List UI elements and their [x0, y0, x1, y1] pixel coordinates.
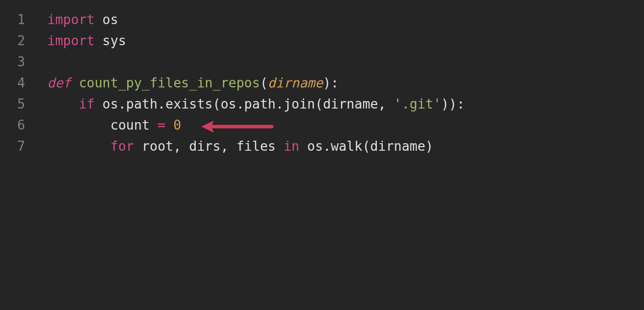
code-line-4: def count_py_files_in_repos(dirname): — [47, 72, 644, 93]
module-name: sys — [103, 33, 126, 48]
code-line-7: for root, dirs, files in os.walk(dirname… — [47, 136, 644, 157]
paren-close-colon: ): — [323, 75, 339, 90]
keyword-def: def — [47, 75, 71, 90]
paren-open: ( — [260, 75, 268, 90]
expression: os.walk(dirname) — [307, 139, 433, 154]
code-line-3 — [47, 51, 644, 72]
line-number: 3 — [0, 51, 25, 72]
space — [71, 75, 79, 90]
expression-end: )): — [441, 96, 465, 112]
loop-vars: root, dirs, files — [142, 139, 276, 154]
keyword-import: import — [47, 12, 95, 27]
keyword-for: for — [110, 139, 134, 154]
string-literal: '.git' — [394, 96, 441, 112]
keyword-if: if — [79, 96, 95, 112]
code-line-5: if os.path.exists(os.path.join(dirname, … — [47, 93, 644, 115]
line-number: 2 — [0, 30, 25, 51]
variable: count — [110, 118, 149, 133]
space — [299, 139, 307, 154]
code-line-1: import os — [47, 9, 644, 30]
line-number: 5 — [0, 93, 25, 115]
space — [386, 96, 394, 112]
code-editor[interactable]: 1 2 3 4 5 6 7 import os import sys def c… — [0, 0, 644, 310]
line-number: 7 — [0, 136, 25, 157]
function-name: count_py_files_in_repos — [79, 75, 260, 90]
code-line-6: count = 0 — [47, 115, 644, 136]
indent — [47, 139, 110, 154]
operator-equals: = — [157, 118, 166, 133]
expression: os.path.exists(os.path.join(dirname, — [103, 96, 386, 112]
line-gutter: 1 2 3 4 5 6 7 — [0, 9, 35, 310]
space — [95, 12, 103, 27]
number-literal: 0 — [173, 118, 181, 133]
line-number: 4 — [0, 72, 25, 93]
space — [95, 33, 103, 48]
line-number: 1 — [0, 9, 25, 30]
space — [276, 139, 284, 154]
line-number: 6 — [0, 115, 25, 136]
keyword-import: import — [47, 33, 95, 48]
space — [95, 96, 103, 112]
module-name: os — [103, 12, 118, 27]
space — [150, 118, 158, 133]
indent — [47, 118, 110, 133]
code-line-2: import sys — [47, 30, 644, 51]
parameter: dirname — [268, 75, 323, 90]
keyword-in: in — [284, 139, 299, 154]
space — [166, 118, 174, 133]
code-area[interactable]: import os import sys def count_py_files_… — [35, 9, 644, 310]
indent — [47, 96, 79, 112]
space — [134, 139, 142, 154]
